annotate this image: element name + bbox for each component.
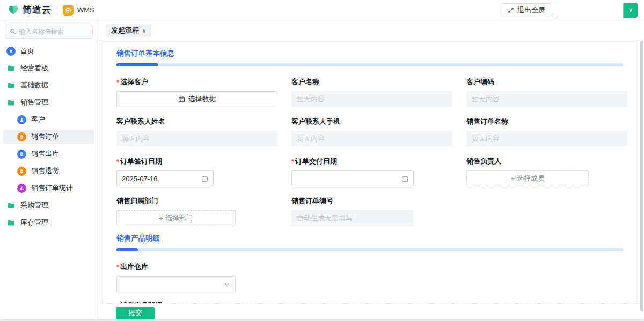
sales-outbound-icon xyxy=(17,150,26,159)
sidebar-item-label: 经营看板 xyxy=(20,63,48,73)
stats-chart-icon xyxy=(17,184,26,193)
required-mark: * xyxy=(116,263,119,271)
install-template-label[interactable]: 安装模板(带数据) xyxy=(557,3,623,18)
field-label: 订单签订日期 xyxy=(120,156,162,166)
chevron-down-icon: ∨ xyxy=(142,28,146,34)
field-contact-name: 客户联系人姓名 暂无内容 xyxy=(116,117,277,147)
folder-icon xyxy=(6,201,16,210)
field-warehouse: *出库仓库 xyxy=(116,262,277,292)
field-label: 订单交付日期 xyxy=(295,156,337,166)
sidebar-item-label: 首页 xyxy=(20,46,34,56)
search-input[interactable] xyxy=(19,28,83,35)
field-label: 客户联系人手机 xyxy=(291,117,340,126)
install-template-chevron[interactable]: ∨ xyxy=(624,3,638,18)
select-member-label: 选择成员 xyxy=(517,174,545,183)
field-customer-code: 客户编码 暂无内容 xyxy=(466,77,627,107)
folder-open-icon xyxy=(6,98,16,107)
field-sales-dept: 销售归属部门 + 选择部门 xyxy=(116,196,277,226)
submit-button[interactable]: 提交 xyxy=(116,307,155,319)
field-order-name: 销售订单名称 暂无内容 xyxy=(466,117,627,147)
contact-name-input: 暂无内容 xyxy=(116,131,277,147)
current-app[interactable]: WMS xyxy=(63,5,94,16)
select-member-button[interactable]: + 选择成员 xyxy=(466,170,589,186)
jiandaoyun-logo-icon xyxy=(8,4,19,16)
field-label: 销售归属部门 xyxy=(116,196,158,206)
sidebar-search[interactable] xyxy=(5,25,93,39)
sidebar-item-dashboard[interactable]: 经营看板 xyxy=(3,61,94,75)
sales-order-icon xyxy=(17,132,26,141)
brand-name: 简道云 xyxy=(23,4,52,16)
form-card: 销售订单基本信息 *选择客户 选择数据 客户名称 xyxy=(102,40,638,319)
chevron-down-icon: ∨ xyxy=(628,6,633,13)
sidebar-item-label: 销售订单 xyxy=(31,132,59,141)
field-sign-date: *订单签订日期 xyxy=(116,156,277,186)
plus-icon: + xyxy=(510,175,515,183)
warehouse-select[interactable] xyxy=(116,276,236,292)
exit-fullscreen-button[interactable]: 退出全屏 xyxy=(502,3,551,17)
sidebar-item-purchase-mgmt[interactable]: 采购管理 xyxy=(3,198,94,212)
section-basic-title: 销售订单基本信息 xyxy=(116,49,623,58)
field-delivery-date: *订单交付日期 xyxy=(291,156,452,186)
install-template-split-button[interactable]: 安装模板(带数据) ∨ xyxy=(557,3,638,18)
sidebar-item-home[interactable]: 首页 xyxy=(3,44,94,58)
header-divider xyxy=(57,6,57,14)
sidebar-item-sales-mgmt[interactable]: 销售管理 xyxy=(3,95,94,109)
sidebar-item-sales-outbound[interactable]: 销售出库 xyxy=(3,147,94,161)
section-products-progress xyxy=(116,248,623,251)
folder-icon xyxy=(6,218,16,227)
field-label: 客户编码 xyxy=(466,77,494,87)
main-toolbar: 发起流程 ∨ xyxy=(98,24,644,38)
required-mark: * xyxy=(116,158,119,166)
vertical-scrollbar[interactable] xyxy=(640,41,643,311)
sales-return-icon xyxy=(17,167,26,176)
field-label: 选择客户 xyxy=(120,77,148,87)
field-customer-name: 客户名称 暂无内容 xyxy=(291,77,452,107)
section-basic-progress xyxy=(116,63,623,66)
field-label: 销售负责人 xyxy=(466,156,501,166)
home-icon xyxy=(6,47,16,56)
sidebar-item-base-data[interactable]: 基础数据 xyxy=(3,78,94,92)
sidebar-item-inventory-mgmt[interactable]: 库存管理 xyxy=(3,215,94,229)
sidebar-item-label: 采购管理 xyxy=(20,200,48,210)
sidebar-item-label: 销售退货 xyxy=(31,166,59,176)
field-label: 销售订单名称 xyxy=(466,117,508,126)
wms-app-icon xyxy=(63,5,74,16)
sidebar-nav: 首页 经营看板 基础数据 销售管理 xyxy=(0,20,98,319)
field-label: 出库仓库 xyxy=(120,262,148,272)
progress-fill xyxy=(116,248,138,251)
sidebar-item-label: 销售订单统计 xyxy=(31,183,73,193)
sidebar-item-sales-order-stats[interactable]: 销售订单统计 xyxy=(3,181,94,195)
contact-phone-input: 暂无内容 xyxy=(291,131,452,147)
progress-fill xyxy=(116,63,158,66)
field-customer-select: *选择客户 选择数据 xyxy=(116,77,277,107)
field-label: 客户名称 xyxy=(291,77,319,87)
chevron-down-icon xyxy=(224,281,230,287)
select-customer-data-button[interactable]: 选择数据 xyxy=(116,91,277,107)
field-sales-owner: 销售负责人 + 选择成员 xyxy=(466,156,627,186)
delivery-date-input[interactable] xyxy=(297,175,401,183)
plus-icon: + xyxy=(159,214,163,222)
window-bottom-edge xyxy=(0,319,644,321)
search-icon xyxy=(10,28,16,35)
calendar-icon xyxy=(401,175,408,182)
sign-date-picker[interactable] xyxy=(116,170,214,186)
sign-date-input[interactable] xyxy=(122,175,201,183)
sidebar-item-label: 销售管理 xyxy=(20,98,48,107)
field-label: 客户联系人姓名 xyxy=(116,117,165,126)
order-name-input: 暂无内容 xyxy=(466,131,627,147)
select-dept-button[interactable]: + 选择部门 xyxy=(116,210,236,226)
sidebar-item-sales-return[interactable]: 销售退货 xyxy=(3,164,94,178)
delivery-date-picker[interactable] xyxy=(291,170,414,186)
app-name: WMS xyxy=(77,6,94,14)
sidebar-item-sales-order[interactable]: 销售订单 xyxy=(3,130,94,144)
sidebar-item-label: 基础数据 xyxy=(20,80,48,90)
start-flow-label: 发起流程 xyxy=(111,26,139,35)
start-flow-button[interactable]: 发起流程 ∨ xyxy=(106,24,151,37)
sidebar-item-customer[interactable]: 客户 xyxy=(3,113,94,126)
app-window: 简道云 WMS 退出全屏 安装模板(带数据) ∨ xyxy=(0,0,644,321)
customer-icon xyxy=(17,115,26,124)
brand-logo[interactable]: 简道云 xyxy=(8,4,52,16)
sidebar-item-label: 库存管理 xyxy=(20,218,48,227)
field-order-no: 销售订单编号 自动生成无需填写 xyxy=(291,196,452,226)
calendar-icon xyxy=(201,175,208,182)
